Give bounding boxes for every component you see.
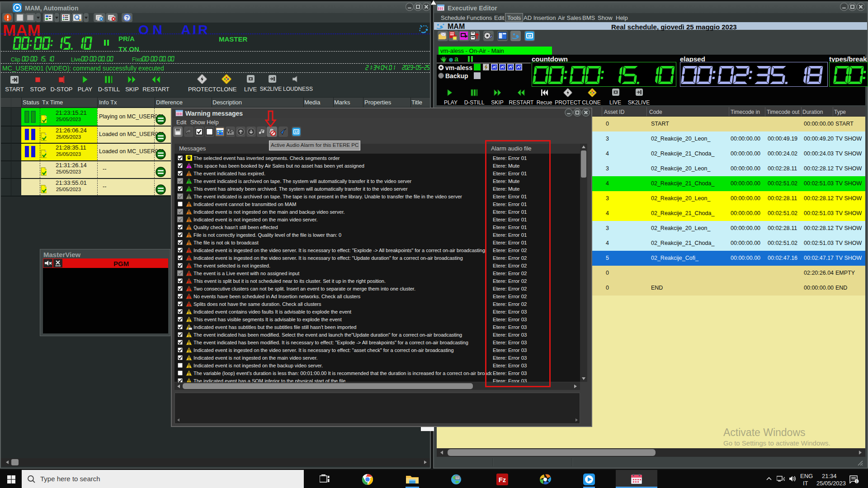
svg-text:?: ?: [125, 15, 128, 21]
svg-text:M: M: [528, 34, 531, 38]
svg-text:Fz: Fz: [499, 476, 506, 483]
svg-text:1: 1: [856, 480, 858, 483]
svg-text:12: 12: [295, 130, 298, 133]
